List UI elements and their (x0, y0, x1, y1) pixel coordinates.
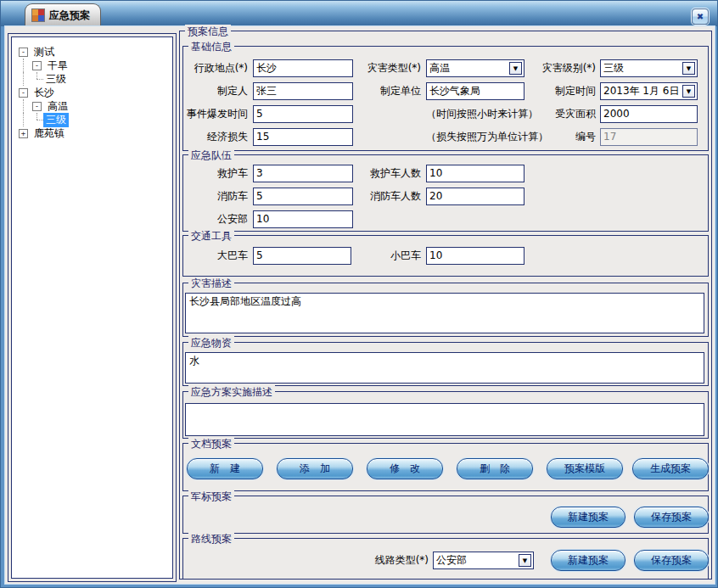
tree-item-level3-selected[interactable]: 三级 (16, 113, 171, 126)
close-button[interactable]: ✖ (692, 8, 709, 25)
ambulance-input[interactable]: 3 (253, 165, 353, 182)
delete-button[interactable]: 删 除 (457, 458, 533, 479)
tree-item-label[interactable]: 测试 (31, 45, 57, 59)
tree-item-test[interactable]: - 测试 (16, 45, 171, 59)
tree-item-hightemp[interactable]: - 高温 (16, 99, 171, 113)
ambulance-people-input[interactable]: 10 (426, 165, 524, 182)
app-window: 应急预案 ✖ - 测试 - 干旱 三级 - 长沙 (0, 0, 718, 588)
chevron-down-icon[interactable]: ▼ (682, 62, 695, 75)
group-title: 预案信息 (185, 25, 231, 39)
generate-plan-button[interactable]: 生成预案 (632, 458, 709, 479)
group-title: 应急物资 (188, 336, 234, 350)
window-title: 应急预案 (49, 8, 90, 23)
plan-id-input: 17 (600, 128, 698, 146)
tree-item-level3[interactable]: 三级 (16, 72, 171, 86)
basic-info-group: 基础信息 行政地点(*) 长沙 灾害类型(*) 高温 ▼ 灾害级别(*) 三级 … (182, 46, 709, 151)
route-type-select[interactable]: 公安部 ▼ (433, 552, 534, 569)
tree-item-luyuanzhen[interactable]: + 鹿苑镇 (16, 126, 171, 140)
chevron-down-icon[interactable]: ▼ (682, 85, 695, 98)
plan-template-button[interactable]: 预案模版 (547, 458, 623, 479)
economic-loss-note: （损失按照万为单位计算） (426, 128, 548, 146)
make-time-datepicker[interactable]: 2013年 1月 6日 ▼ (600, 82, 698, 100)
police-label: 公安部 (183, 210, 248, 228)
admin-location-label: 行政地点(*) (183, 59, 248, 77)
maker-label: 制定人 (183, 82, 248, 100)
group-title: 军标预案 (188, 490, 234, 504)
maker-input[interactable]: 张三 (253, 82, 353, 100)
tree-item-label[interactable]: 鹿苑镇 (31, 126, 67, 141)
tree-item-changsha[interactable]: - 长沙 (16, 86, 171, 99)
military-new-plan-button[interactable]: 新建预案 (551, 507, 625, 528)
route-new-plan-button[interactable]: 新建预案 (551, 550, 625, 571)
firetruck-label: 消防车 (183, 188, 248, 205)
titlebar: 应急预案 ✖ (1, 1, 717, 26)
disaster-level-label: 灾害级别(*) (531, 59, 596, 77)
tree-item-label-selected[interactable]: 三级 (43, 113, 69, 127)
group-title: 文档预案 (188, 437, 234, 451)
police-input[interactable]: 10 (253, 210, 353, 228)
collapse-icon[interactable]: - (32, 102, 42, 111)
tree-item-label[interactable]: 干旱 (45, 59, 70, 73)
disaster-type-select[interactable]: 高温 ▼ (426, 59, 524, 77)
route-type-label: 线路类型(*) (364, 552, 429, 569)
big-bus-label: 大巴车 (183, 247, 248, 265)
impl-desc-group: 应急方案实施描述 (182, 391, 709, 439)
chevron-down-icon[interactable]: ▼ (519, 554, 531, 567)
transport-group: 交通工具 大巴车 5 小巴车 10 (182, 235, 709, 277)
close-icon: ✖ (697, 12, 704, 21)
app-icon (32, 9, 44, 21)
group-title: 基础信息 (188, 40, 234, 54)
small-bus-input[interactable]: 10 (426, 247, 524, 265)
group-title: 灾害描述 (188, 277, 234, 291)
affected-area-label: 受灾面积 (531, 105, 596, 123)
ambulance-label: 救护车 (183, 165, 248, 182)
new-button[interactable]: 新 建 (187, 458, 263, 479)
route-save-plan-button[interactable]: 保存预案 (634, 550, 709, 571)
title-tab: 应急预案 (25, 3, 101, 26)
tree-panel: - 测试 - 干旱 三级 - 长沙 - 高温 (8, 33, 177, 582)
tree-item-label[interactable]: 三级 (43, 72, 69, 87)
admin-location-input[interactable]: 长沙 (253, 59, 353, 77)
group-title: 应急队伍 (188, 148, 234, 163)
economic-loss-label: 经济损失 (183, 128, 248, 146)
disaster-type-label: 灾害类型(*) (349, 59, 421, 77)
collapse-icon[interactable]: - (19, 88, 28, 98)
firetruck-people-label: 消防车人数 (349, 188, 421, 205)
disaster-level-select[interactable]: 三级 ▼ (600, 59, 698, 77)
military-save-plan-button[interactable]: 保存预案 (634, 507, 709, 528)
plan-tree[interactable]: - 测试 - 干旱 三级 - 长沙 - 高温 (11, 36, 173, 579)
firetruck-people-input[interactable]: 20 (426, 188, 524, 205)
group-title: 应急方案实施描述 (188, 385, 275, 400)
add-button[interactable]: 添 加 (277, 458, 353, 479)
expand-icon[interactable]: + (19, 129, 28, 138)
route-plan-group: 路线预案 线路类型(*) 公安部 ▼ 新建预案 保存预案 (182, 538, 709, 580)
big-bus-input[interactable]: 5 (253, 247, 351, 265)
maker-unit-input[interactable]: 长沙气象局 (426, 82, 524, 100)
military-plan-group: 军标预案 新建预案 保存预案 (182, 496, 709, 534)
tree-item-drought[interactable]: - 干旱 (16, 59, 171, 72)
make-time-label: 制定时间 (531, 82, 596, 100)
chevron-down-icon[interactable]: ▼ (509, 62, 522, 75)
impl-desc-textarea[interactable] (185, 403, 704, 436)
maker-unit-label: 制定单位 (349, 82, 421, 100)
disaster-desc-textarea[interactable]: 长沙县局部地区温度过高 (185, 293, 704, 333)
outbreak-time-label: 事件爆发时间 (183, 105, 248, 123)
collapse-icon[interactable]: - (32, 61, 42, 70)
supplies-group: 应急物资 水 (182, 342, 709, 386)
firetruck-input[interactable]: 5 (253, 188, 353, 205)
doc-plan-group: 文档预案 新 建 添 加 修 改 删 除 预案模版 生成预案 (182, 443, 709, 491)
tree-item-label[interactable]: 长沙 (31, 86, 57, 100)
disaster-desc-group: 灾害描述 长沙县局部地区温度过高 (182, 283, 709, 337)
outbreak-time-note: （时间按照小时来计算） (426, 105, 538, 123)
supplies-textarea[interactable]: 水 (185, 352, 704, 384)
affected-area-input[interactable]: 2000 (600, 105, 698, 123)
modify-button[interactable]: 修 改 (367, 458, 443, 479)
plan-id-label: 编号 (531, 128, 596, 146)
group-title: 路线预案 (188, 532, 234, 546)
tree-item-label[interactable]: 高温 (45, 99, 70, 114)
outbreak-time-input[interactable]: 5 (253, 105, 353, 123)
ambulance-people-label: 救护车人数 (349, 165, 421, 182)
economic-loss-input[interactable]: 15 (253, 128, 353, 146)
group-title: 交通工具 (188, 229, 234, 244)
collapse-icon[interactable]: - (19, 48, 28, 57)
